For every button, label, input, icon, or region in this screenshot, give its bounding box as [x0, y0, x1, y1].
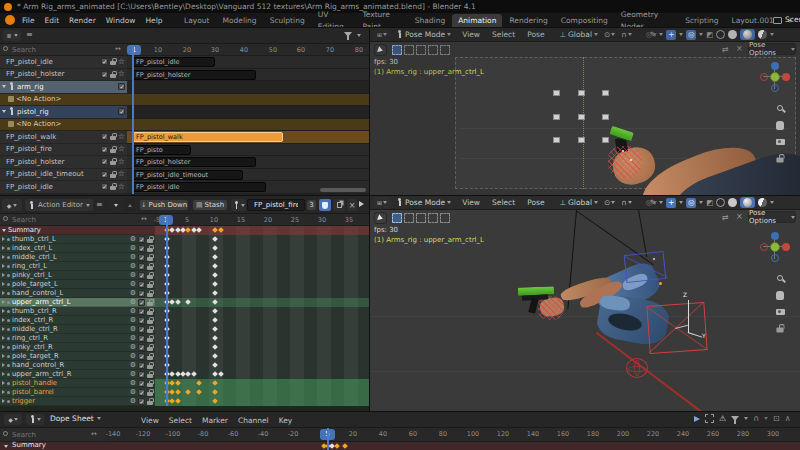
lock-icon[interactable]	[147, 257, 153, 261]
lock-icon[interactable]	[110, 161, 116, 165]
shading-wireframe-icon[interactable]	[716, 30, 725, 39]
enable-checkbox[interactable]	[138, 245, 145, 252]
collapse-icon[interactable]	[2, 85, 6, 88]
bone-group-icon[interactable]	[440, 45, 450, 55]
xray-toggle-icon[interactable]: ◩	[706, 198, 713, 207]
channel-trigger[interactable]: trigger⚙	[0, 397, 155, 406]
lock-icon[interactable]	[147, 338, 153, 342]
snap-magnet-icon[interactable]: ∩	[621, 198, 627, 207]
expand-icon[interactable]	[2, 399, 5, 403]
solo-star-icon[interactable]: ☆	[118, 183, 125, 191]
channel-pinky-ctrl-l[interactable]: pinky_ctrl_L⚙	[0, 271, 155, 280]
nla-lane[interactable]: FP_pistol_walk	[127, 131, 370, 144]
lock-icon[interactable]	[147, 266, 153, 270]
channel-pole-target-r[interactable]: pole_target_R⚙	[0, 352, 155, 361]
vp-menu-view[interactable]: View	[457, 28, 485, 42]
lock-icon[interactable]	[147, 302, 153, 306]
close-icon[interactable]: ×	[736, 212, 743, 221]
keyframe[interactable]	[212, 398, 218, 404]
axis-z-neg[interactable]	[771, 84, 779, 92]
tab-animation[interactable]: Animation	[452, 14, 502, 28]
nla-editor-type-dropdown[interactable]: ≣	[3, 30, 21, 41]
dope-sheet[interactable]: ◆ Dope Sheet ViewSelectMarkerChannelKey …	[0, 412, 800, 450]
expand-icon[interactable]	[2, 273, 5, 277]
pose-options-dropdown[interactable]: Pose Options	[748, 211, 796, 223]
push-down-button[interactable]: ↓Push Down	[139, 199, 189, 211]
cursor-tool-icon[interactable]	[359, 201, 364, 207]
keyframe-row[interactable]	[155, 262, 370, 271]
action-name-field[interactable]	[247, 199, 305, 211]
dope-sheet-mode-dropdown[interactable]: Dope Sheet	[50, 414, 101, 423]
cursor-tool-icon[interactable]	[694, 416, 700, 422]
action-keyframe-area[interactable]	[155, 226, 370, 406]
expand-icon[interactable]	[2, 336, 5, 340]
action-editor[interactable]: ◆ Action Editor ≡ ↓Push Down ▤Stash 3 × …	[0, 196, 370, 412]
swap-icon[interactable]: ⇄	[722, 213, 729, 222]
modifier-wrench-icon[interactable]: ⚙	[130, 379, 136, 387]
nla-strip-fp-pistol-holster[interactable]: FP_pistol_holster	[133, 157, 256, 167]
expand-arrows-icon[interactable]: ↔	[115, 45, 121, 53]
visibility-checkbox[interactable]	[118, 108, 125, 115]
nla-lane[interactable]: FP_pistol_holster	[127, 69, 370, 82]
nla-lane[interactable]	[127, 119, 370, 132]
menu-edit[interactable]: Edit	[40, 13, 65, 28]
lock-icon[interactable]	[147, 248, 153, 252]
tab-shading[interactable]: Shading	[409, 14, 451, 28]
channel-pistol-barrel[interactable]: pistol_barrel⚙	[0, 388, 155, 397]
lock-view-icon[interactable]	[774, 322, 786, 334]
modifier-wrench-icon[interactable]: ⚙	[130, 316, 136, 324]
channel-index-ctrl-r[interactable]: index_ctrl_R⚙	[0, 316, 155, 325]
keyframe-row[interactable]	[155, 352, 370, 361]
enable-checkbox[interactable]	[138, 398, 145, 405]
keyframe[interactable]	[169, 299, 175, 305]
expand-icon[interactable]	[2, 255, 5, 259]
nla-track-no-action[interactable]: <No Action>	[0, 119, 127, 132]
action-editor-mode-dropdown[interactable]: Action Editor	[25, 199, 93, 211]
axis-x-pos[interactable]	[782, 73, 790, 81]
keyframe[interactable]	[212, 371, 218, 377]
keyframe[interactable]	[212, 335, 218, 341]
keyframe[interactable]	[212, 362, 218, 368]
orientation-dropdown[interactable]: Global	[566, 198, 594, 207]
lock-icon[interactable]	[147, 329, 153, 333]
keyframe[interactable]	[212, 317, 218, 323]
enable-checkbox[interactable]	[138, 371, 145, 378]
keyframe[interactable]	[169, 380, 175, 386]
camera-view-icon[interactable]	[774, 136, 786, 148]
lock-icon[interactable]	[147, 365, 153, 369]
keyframe-row[interactable]	[155, 343, 370, 352]
nla-playhead[interactable]	[132, 45, 134, 194]
copy-datablock-icon[interactable]	[333, 199, 345, 211]
lock-icon[interactable]	[147, 347, 153, 351]
action-users-count[interactable]: 3	[306, 199, 317, 211]
screen-layout-icon[interactable]	[773, 17, 782, 24]
modifier-wrench-icon[interactable]: ⚙	[130, 289, 136, 297]
modifier-wrench-icon[interactable]: ⚙	[130, 388, 136, 396]
keyframe[interactable]	[218, 371, 224, 377]
keyframe[interactable]	[169, 389, 175, 395]
channel-summary[interactable]: Summary	[0, 226, 155, 235]
vp-menu-select[interactable]: Select	[487, 196, 520, 210]
enable-checkbox[interactable]	[138, 254, 145, 261]
axis-y-center[interactable]	[770, 242, 780, 252]
lock-icon[interactable]	[110, 136, 116, 140]
solo-star-icon[interactable]: ☆	[118, 145, 125, 153]
editor-type-dropdown[interactable]: ⊞	[373, 197, 391, 208]
action-editor-menu-collapse-icon[interactable]: ≡	[96, 200, 103, 210]
lock-icon[interactable]	[147, 239, 153, 243]
shading-rendered-icon[interactable]	[758, 30, 767, 39]
tab-modeling[interactable]: Modeling	[217, 14, 263, 28]
expand-icon[interactable]	[2, 282, 5, 286]
blender-logo-icon[interactable]	[5, 15, 15, 25]
zoom-icon[interactable]	[774, 272, 786, 284]
channel-hand-control-r[interactable]: hand_control_R⚙	[0, 361, 155, 370]
enable-checkbox[interactable]	[138, 272, 145, 279]
expand-icon[interactable]	[2, 318, 5, 322]
mute-checkbox[interactable]	[101, 183, 108, 190]
action-search-input[interactable]	[1, 215, 137, 225]
ds-ruler[interactable]: -140-120-100-80-60-40-202040608010012014…	[105, 428, 800, 442]
gizmo-toggle-icon[interactable]: +	[666, 30, 676, 40]
keyframe-row[interactable]	[155, 271, 370, 280]
menu-render[interactable]: Render	[64, 13, 101, 28]
lock-icon[interactable]	[110, 61, 116, 65]
